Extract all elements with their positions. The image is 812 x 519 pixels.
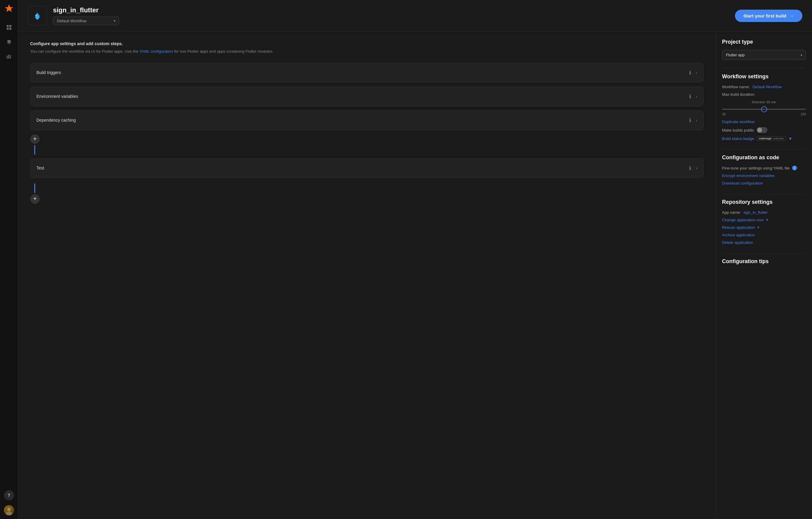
badge-dropdown-arrow[interactable]: ▼	[788, 136, 792, 141]
plus-connector-bottom: +	[30, 182, 704, 204]
badge-brand: codemagic	[759, 137, 772, 140]
yaml-info-icon[interactable]: i	[792, 166, 797, 170]
test-info-btn[interactable]: ℹ	[688, 164, 692, 172]
svg-point-8	[7, 508, 11, 511]
workflow-select[interactable]: Default Workflow	[53, 17, 119, 25]
svg-rect-4	[7, 56, 7, 59]
separator-2	[722, 149, 806, 150]
slider-min: 30	[722, 112, 726, 116]
svg-rect-0	[7, 25, 9, 27]
archive-application-link[interactable]: Archive application	[722, 233, 806, 237]
env-variables-card[interactable]: Environment variables ℹ ›	[30, 87, 704, 106]
slider-fill	[722, 109, 764, 110]
app-title: sign_in_flutter	[53, 6, 729, 14]
help-button[interactable]: ?	[4, 490, 14, 500]
plus-connector-top: +	[30, 134, 704, 156]
app-icon	[28, 6, 47, 25]
start-build-button[interactable]: Start your first build →	[735, 10, 802, 22]
svg-point-9	[6, 512, 12, 515]
build-triggers-card[interactable]: Build triggers ℹ ›	[30, 63, 704, 83]
delete-application-link[interactable]: Delete application	[722, 240, 806, 245]
yaml-description-row: Fine-tune your settings using YAML file …	[722, 166, 806, 170]
app-name-value[interactable]: sign_in_flutter	[744, 210, 768, 214]
badge-status: unknown	[773, 137, 784, 140]
env-variables-actions: ℹ ›	[688, 92, 697, 100]
make-builds-public-toggle[interactable]	[757, 127, 767, 133]
workflow-name-value[interactable]: Default Workflow	[752, 85, 782, 89]
svg-rect-6	[10, 55, 10, 59]
svg-rect-2	[7, 28, 9, 30]
build-triggers-actions: ℹ ›	[688, 69, 697, 77]
slider-track[interactable]	[722, 109, 806, 110]
svg-rect-5	[8, 55, 9, 59]
max-build-label: Max build duration:	[722, 92, 755, 97]
dependency-caching-info-btn[interactable]: ℹ	[688, 116, 692, 124]
separator-4	[722, 253, 806, 254]
project-type-select-wrapper: Flutter app React Native iOS (native) An…	[722, 50, 806, 60]
info-box: Configure app settings and add custom st…	[30, 41, 704, 55]
rescan-application-link[interactable]: Rescan application ▼	[722, 225, 806, 230]
config-as-code-section: Configuration as code Fine-tune your set…	[722, 154, 806, 185]
main-content: Configure app settings and add custom st…	[18, 32, 716, 519]
sidebar-item-layers[interactable]	[3, 36, 15, 48]
add-step-button-top[interactable]: +	[30, 134, 40, 144]
download-config-link[interactable]: Download configuration	[722, 181, 806, 185]
toggle-knob	[757, 128, 762, 133]
slider-labels: 30 120	[722, 112, 806, 116]
env-variables-info-btn[interactable]: ℹ	[688, 92, 692, 100]
make-builds-public-row: Make builds public	[722, 127, 806, 133]
sidebar-item-reports[interactable]	[3, 50, 15, 62]
encrypt-env-link[interactable]: Encrypt environment variables	[722, 173, 806, 178]
build-triggers-info-btn[interactable]: ℹ	[688, 69, 692, 77]
dependency-caching-card[interactable]: Dependency caching ℹ ›	[30, 111, 704, 130]
test-chevron[interactable]: ›	[696, 166, 697, 170]
build-status-badge-link[interactable]: Build status badge	[722, 136, 754, 141]
app-name-label: App name:	[722, 210, 741, 214]
config-as-code-heading: Configuration as code	[722, 154, 806, 161]
svg-rect-1	[9, 25, 11, 27]
sidebar-item-apps[interactable]	[3, 21, 15, 33]
env-variables-chevron[interactable]: ›	[696, 94, 697, 99]
test-card[interactable]: Test ℹ ›	[30, 158, 704, 178]
slider-selected-label: Selected: 60 min	[722, 100, 806, 104]
configuration-tips-section: Configuration tips	[722, 258, 806, 265]
make-builds-public-label: Make builds public	[722, 128, 754, 133]
workflow-name-row: Workflow name: Default Workflow	[722, 85, 806, 89]
separator-3	[722, 194, 806, 194]
test-title: Test	[36, 166, 44, 170]
badge-container: codemagic unknown ▼	[757, 136, 792, 141]
yaml-description: Fine-tune your settings using YAML file	[722, 166, 790, 170]
build-triggers-chevron[interactable]: ›	[696, 70, 697, 75]
sidebar: ?	[0, 0, 18, 519]
dependency-caching-actions: ℹ ›	[688, 116, 697, 124]
slider-thumb[interactable]	[761, 106, 767, 112]
project-type-heading: Project type	[722, 39, 806, 45]
change-icon-arrow: ▼	[766, 218, 768, 222]
app-name-row: App name: sign_in_flutter	[722, 210, 806, 214]
change-app-icon-link[interactable]: Change application icon ▼	[722, 218, 806, 222]
workflow-settings-heading: Workflow settings	[722, 74, 806, 80]
yaml-config-link[interactable]: YAML configuration	[139, 49, 173, 54]
connector-line-bottom	[34, 183, 35, 193]
separator-1	[722, 68, 806, 69]
project-type-select[interactable]: Flutter app React Native iOS (native) An…	[722, 50, 806, 60]
max-build-row: Max build duration:	[722, 92, 806, 97]
repository-settings-heading: Repository settings	[722, 199, 806, 205]
logo[interactable]	[4, 4, 14, 14]
svg-rect-3	[9, 28, 11, 30]
configuration-tips-heading: Configuration tips	[722, 258, 806, 265]
app-header: sign_in_flutter Default Workflow Start y…	[18, 0, 812, 32]
connector-line-top	[34, 145, 35, 155]
right-panel: Project type Flutter app React Native iO…	[716, 32, 812, 519]
add-step-button-bottom[interactable]: +	[30, 194, 40, 204]
info-body: You can configure the workflow via UI fo…	[30, 49, 704, 55]
project-type-section: Project type Flutter app React Native iO…	[722, 39, 806, 60]
env-variables-title: Environment variables	[36, 94, 78, 99]
dependency-caching-title: Dependency caching	[36, 118, 76, 122]
avatar-image	[4, 505, 14, 515]
build-status-badge-row: Build status badge codemagic unknown ▼	[722, 136, 806, 141]
dependency-caching-chevron[interactable]: ›	[696, 118, 697, 122]
duplicate-workflow-link[interactable]: Duplicate workflow	[722, 119, 806, 124]
slider-container: Selected: 60 min 30 120	[722, 100, 806, 116]
avatar[interactable]	[4, 505, 14, 515]
